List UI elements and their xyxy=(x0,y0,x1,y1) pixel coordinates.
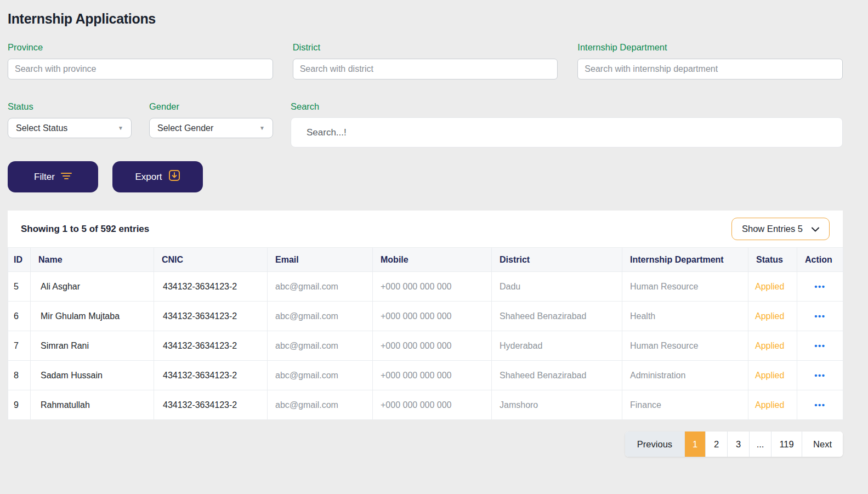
cell-department: Finance xyxy=(622,390,748,420)
district-input[interactable] xyxy=(293,59,558,80)
show-entries-dropdown[interactable]: Show Entries 5 xyxy=(731,218,830,240)
cell-district: Shaheed Benazirabad xyxy=(492,361,622,390)
cell-department: Health xyxy=(622,302,748,331)
cell-id: 6 xyxy=(8,302,31,331)
pagination-page-1[interactable]: 1 xyxy=(685,431,706,457)
status-badge: Applied xyxy=(748,331,797,361)
pagination-page-2[interactable]: 2 xyxy=(706,431,728,457)
cell-id: 8 xyxy=(8,361,31,390)
ellipsis-icon: ••• xyxy=(814,341,825,350)
cell-cnic: 434132-3634123-2 xyxy=(154,272,268,302)
table-header-row: ID Name CNIC Email Mobile District Inter… xyxy=(8,248,843,272)
cell-email: abc@gmail.com xyxy=(268,361,373,390)
row-actions-menu-button[interactable]: ••• xyxy=(814,311,825,321)
col-header-status[interactable]: Status xyxy=(748,248,797,272)
cell-mobile: +000 000 000 000 xyxy=(373,390,492,420)
gender-field-group: Gender Select Gender ▼ xyxy=(149,101,273,147)
cell-name: Mir Ghulam Mujtaba xyxy=(31,302,154,331)
filter-row-2: Status Select Status ▼ Gender Select Gen… xyxy=(8,101,843,147)
status-badge: Applied xyxy=(748,272,797,302)
status-badge: Applied xyxy=(748,361,797,390)
col-header-cnic[interactable]: CNIC xyxy=(154,248,268,272)
cell-action: ••• xyxy=(797,272,843,302)
row-actions-menu-button[interactable]: ••• xyxy=(814,371,825,380)
filter-row-1: Province District Internship Department xyxy=(8,42,843,80)
cell-email: abc@gmail.com xyxy=(268,272,373,302)
cell-department: Human Resource xyxy=(622,272,748,302)
col-header-email[interactable]: Email xyxy=(268,248,373,272)
page-title: Internship Applications xyxy=(8,11,843,27)
gender-label: Gender xyxy=(149,101,273,112)
row-actions-menu-button[interactable]: ••• xyxy=(814,400,825,410)
show-entries-label: Show Entries 5 xyxy=(742,224,803,234)
cell-cnic: 434132-3634123-2 xyxy=(154,390,268,420)
pagination-next-button[interactable]: Next xyxy=(802,431,843,457)
table-row: 6 Mir Ghulam Mujtaba 434132-3634123-2 ab… xyxy=(8,302,843,331)
cell-department: Human Resource xyxy=(622,331,748,361)
col-header-department[interactable]: Internship Department xyxy=(622,248,748,272)
cell-district: Dadu xyxy=(492,272,622,302)
applications-table: ID Name CNIC Email Mobile District Inter… xyxy=(8,247,843,420)
province-input[interactable] xyxy=(8,59,273,80)
pagination-previous-button[interactable]: Previous xyxy=(625,431,685,457)
pagination-page-3[interactable]: 3 xyxy=(728,431,750,457)
department-input[interactable] xyxy=(577,59,843,80)
table-row: 5 Ali Asghar 434132-3634123-2 abc@gmail.… xyxy=(8,272,843,302)
pagination-page-119[interactable]: 119 xyxy=(771,431,802,457)
col-header-name[interactable]: Name xyxy=(31,248,154,272)
status-badge: Applied xyxy=(748,390,797,420)
search-label: Search xyxy=(291,101,843,112)
status-badge: Applied xyxy=(748,302,797,331)
filter-button[interactable]: Filter xyxy=(8,161,98,192)
entries-summary: Showing 1 to 5 of 592 entries xyxy=(21,224,149,235)
chevron-down-icon xyxy=(812,224,819,234)
pagination-ellipsis[interactable]: ... xyxy=(750,431,771,457)
status-label: Status xyxy=(8,101,132,112)
table-row: 8 Sadam Hussain 434132-3634123-2 abc@gma… xyxy=(8,361,843,390)
search-field-group: Search xyxy=(291,101,843,147)
cell-mobile: +000 000 000 000 xyxy=(373,331,492,361)
cell-id: 7 xyxy=(8,331,31,361)
cell-id: 9 xyxy=(8,390,31,420)
col-header-action[interactable]: Action xyxy=(797,248,843,272)
search-input[interactable] xyxy=(291,117,843,147)
cell-name: Sadam Hussain xyxy=(31,361,154,390)
col-header-district[interactable]: District xyxy=(492,248,622,272)
export-button-label: Export xyxy=(135,172,162,183)
district-field-group: District xyxy=(293,42,558,80)
chevron-down-icon: ▼ xyxy=(118,126,123,131)
district-label: District xyxy=(293,42,558,53)
cell-district: Shaheed Benazirabad xyxy=(492,302,622,331)
status-select[interactable]: Select Status ▼ xyxy=(8,118,132,138)
cell-name: Simran Rani xyxy=(31,331,154,361)
cell-email: abc@gmail.com xyxy=(268,302,373,331)
cell-district: Jamshoro xyxy=(492,390,622,420)
ellipsis-icon: ••• xyxy=(814,311,825,321)
row-actions-menu-button[interactable]: ••• xyxy=(814,282,825,291)
row-actions-menu-button[interactable]: ••• xyxy=(814,341,825,350)
cell-action: ••• xyxy=(797,390,843,420)
ellipsis-icon: ••• xyxy=(814,400,825,410)
department-label: Internship Department xyxy=(577,42,843,53)
gender-select-value: Select Gender xyxy=(157,123,213,133)
cell-district: Hyderabad xyxy=(492,331,622,361)
cell-department: Administration xyxy=(622,361,748,390)
pagination-bar: Previous 1 2 3 ... 119 Next xyxy=(8,431,843,457)
cell-mobile: +000 000 000 000 xyxy=(373,302,492,331)
cell-id: 5 xyxy=(8,272,31,302)
col-header-id[interactable]: ID xyxy=(8,248,31,272)
table-row: 7 Simran Rani 434132-3634123-2 abc@gmail… xyxy=(8,331,843,361)
cell-action: ••• xyxy=(797,361,843,390)
status-field-group: Status Select Status ▼ xyxy=(8,101,132,147)
cell-name: Ali Asghar xyxy=(31,272,154,302)
col-header-mobile[interactable]: Mobile xyxy=(373,248,492,272)
action-buttons: Filter Export xyxy=(8,161,843,192)
province-label: Province xyxy=(8,42,273,53)
applications-table-card: Showing 1 to 5 of 592 entries Show Entri… xyxy=(8,211,843,420)
export-button[interactable]: Export xyxy=(112,161,203,192)
table-row: 9 Rahmatullah 434132-3634123-2 abc@gmail… xyxy=(8,390,843,420)
gender-select[interactable]: Select Gender ▼ xyxy=(149,118,273,138)
cell-name: Rahmatullah xyxy=(31,390,154,420)
cell-action: ••• xyxy=(797,331,843,361)
status-select-value: Select Status xyxy=(16,123,67,133)
